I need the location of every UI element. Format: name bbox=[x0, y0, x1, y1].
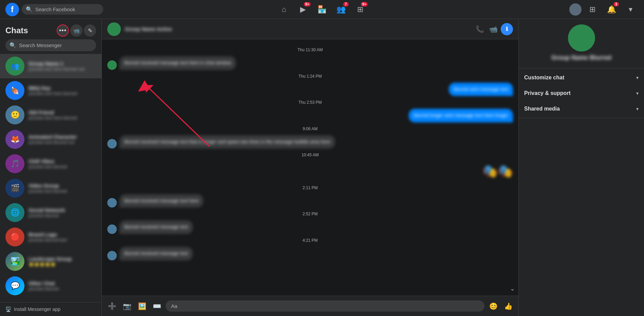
list-item[interactable]: 🔴 Brand Logo preview blurred text bbox=[0, 225, 102, 249]
facebook-logo[interactable]: f bbox=[5, 3, 19, 16]
privacy-support-label: Privacy & support bbox=[524, 90, 571, 96]
right-panel: Group Name Blurred Customize chat ▾ Priv… bbox=[518, 19, 644, 316]
new-video-call-button[interactable]: 📹 bbox=[70, 24, 82, 37]
timestamp: Thu 11:30 AM bbox=[107, 45, 513, 55]
monitor-icon: 🖥️ bbox=[5, 307, 11, 312]
group-name-display: Group Name Blurred bbox=[551, 54, 611, 61]
avatar: 🔴 bbox=[5, 228, 24, 246]
privacy-support-section[interactable]: Privacy & support ▾ bbox=[524, 85, 639, 101]
chevron-down-icon: ▾ bbox=[629, 5, 632, 14]
timestamp: 2:52 PM bbox=[107, 209, 513, 219]
chat-info: Chill Vibes preview text blurred bbox=[29, 158, 96, 169]
chat-info: Brand Logo preview blurred text bbox=[29, 232, 96, 242]
groups-nav-button[interactable]: 👥 7 bbox=[333, 1, 349, 18]
marketplace-nav-button[interactable]: 🏪 bbox=[314, 1, 330, 18]
chevron-down-icon: ▾ bbox=[636, 91, 639, 96]
chat-info: BBQ Day preview text here blurred bbox=[29, 85, 96, 96]
user-avatar[interactable] bbox=[569, 3, 582, 16]
chat-info: Group Name 1 preview text here blurred o… bbox=[29, 61, 96, 72]
watch-nav-button[interactable]: ▶ 9+ bbox=[295, 1, 311, 18]
install-bar[interactable]: 🖥️ Install Messenger app bbox=[0, 302, 102, 316]
list-item[interactable]: 👥 Group Name 1 preview text here blurred… bbox=[0, 54, 102, 78]
chat-info: Animated Character preview text blurred … bbox=[29, 134, 96, 145]
group-avatar-large bbox=[568, 24, 595, 52]
chevron-down-icon: ▾ bbox=[636, 106, 639, 112]
video-call-button[interactable]: 📹 bbox=[487, 23, 499, 35]
groups-badge: 7 bbox=[343, 2, 349, 6]
add-button[interactable]: ➕ bbox=[106, 300, 118, 312]
audio-call-button[interactable]: 📞 bbox=[474, 23, 486, 35]
messages-area: Thu 11:30 AM blurred received message te… bbox=[102, 39, 518, 296]
top-nav: f 🔍 ⌂ ▶ 9+ 🏪 👥 7 ⊞ 9+ ⊞ 🔔 bbox=[0, 0, 644, 19]
sticker-button[interactable]: ⌨️ bbox=[151, 300, 163, 312]
messenger-search-input[interactable] bbox=[19, 42, 92, 48]
chat-name: Other Chat bbox=[29, 280, 96, 286]
like-button[interactable]: 👍 bbox=[502, 300, 514, 312]
timestamp: 4:21 PM bbox=[107, 235, 513, 245]
sticker-icon: ⌨️ bbox=[153, 302, 161, 310]
chevron-down-icon: ▾ bbox=[636, 75, 639, 80]
emoji-button[interactable]: 😊 bbox=[487, 300, 499, 312]
chat-name: BBQ Day bbox=[29, 85, 96, 91]
home-nav-button[interactable]: ⌂ bbox=[276, 1, 292, 18]
grid-menu-button[interactable]: ⊞ bbox=[584, 1, 601, 18]
install-label: Install Messenger app bbox=[14, 307, 60, 312]
list-item[interactable]: 🍖 BBQ Day preview text here blurred bbox=[0, 78, 102, 103]
chat-name: Animated Character bbox=[29, 134, 96, 140]
list-item[interactable]: 🦊 Animated Character preview text blurre… bbox=[0, 127, 102, 152]
chat-preview: preview text blurred out bbox=[29, 140, 96, 145]
notifications-button[interactable]: 🔔 3 bbox=[603, 1, 620, 18]
list-item[interactable]: 🎵 Chill Vibes preview text blurred bbox=[0, 152, 102, 176]
message-row: blurred sent message text bbox=[107, 83, 513, 96]
message-row: blurred received message text here bbox=[107, 194, 513, 208]
list-item[interactable]: 🌐 Social Network preview blurred bbox=[0, 200, 102, 225]
timestamp: Thu 2:53 PM bbox=[107, 97, 513, 107]
chat-header-name: Group Name Active bbox=[125, 26, 172, 32]
watch-badge: 9+ bbox=[304, 2, 310, 6]
new-message-button[interactable]: ✎ bbox=[84, 24, 96, 37]
account-menu-button[interactable]: ▾ bbox=[622, 1, 639, 18]
plus-icon: ➕ bbox=[108, 302, 116, 310]
chat-preview: preview text blurred bbox=[29, 164, 96, 169]
gaming-nav-button[interactable]: ⊞ 9+ bbox=[352, 1, 368, 18]
sender-avatar bbox=[107, 139, 117, 149]
thumbs-up-icon: 👍 bbox=[504, 302, 513, 310]
chat-preview: preview blurred text bbox=[29, 237, 96, 242]
chat-info: Landscape Group ⭐⭐⭐⭐⭐ bbox=[29, 256, 96, 267]
gaming-badge: 9+ bbox=[361, 2, 367, 6]
avatar: 🌐 bbox=[5, 203, 24, 222]
search-input[interactable] bbox=[35, 6, 99, 12]
list-item[interactable]: 🙂 Old Friend preview text here blurred bbox=[0, 103, 102, 127]
chats-title: Chats bbox=[5, 26, 28, 35]
chat-name: Group Name 1 bbox=[29, 61, 96, 66]
chat-header-avatar bbox=[107, 22, 121, 36]
timestamp: 10:45 AM bbox=[107, 150, 513, 160]
message-bubble: blurred received message text that is lo… bbox=[119, 135, 335, 149]
photo-button[interactable]: 🖼️ bbox=[136, 300, 148, 312]
avatar: 🎵 bbox=[5, 154, 24, 173]
scroll-to-bottom-button[interactable]: ⌄ bbox=[510, 285, 515, 292]
message-bubble: blurred received message text here bbox=[119, 194, 203, 208]
more-options-button[interactable]: ••• bbox=[57, 24, 69, 37]
chat-preview: preview text here blurred bbox=[29, 115, 96, 120]
info-button[interactable]: ℹ bbox=[501, 23, 513, 35]
search-bar-container: 🔍 bbox=[22, 4, 103, 15]
list-item[interactable]: 🎬 Video Group preview text blurred bbox=[0, 176, 102, 200]
customize-chat-label: Customize chat bbox=[524, 75, 564, 81]
chat-info: Old Friend preview text here blurred bbox=[29, 110, 96, 120]
message-input[interactable] bbox=[166, 300, 484, 312]
nav-right: ⊞ 🔔 3 ▾ bbox=[530, 1, 639, 18]
message-row: blurred received message text bbox=[107, 247, 513, 260]
list-item[interactable]: 💬 Other Chat preview blurred bbox=[0, 274, 102, 298]
avatar: 🍖 bbox=[5, 81, 24, 100]
list-item[interactable]: 🏞️ Landscape Group ⭐⭐⭐⭐⭐ bbox=[0, 249, 102, 274]
notifications-badge: 3 bbox=[613, 2, 619, 6]
shared-media-section[interactable]: Shared media ▾ bbox=[524, 101, 639, 117]
chat-preview: ⭐⭐⭐⭐⭐ bbox=[29, 262, 96, 267]
input-area: ➕ 📷 🖼️ ⌨️ 😊 👍 bbox=[102, 296, 518, 316]
emoji-icon: 😊 bbox=[489, 302, 498, 310]
message-bubble: blurred received message text bbox=[119, 220, 193, 234]
sidebar: Chats ••• 📹 ✎ 🔍 👥 Group Name 1 preview bbox=[0, 19, 102, 316]
customize-chat-section[interactable]: Customize chat ▾ bbox=[524, 70, 639, 85]
camera-button[interactable]: 📷 bbox=[121, 300, 133, 312]
